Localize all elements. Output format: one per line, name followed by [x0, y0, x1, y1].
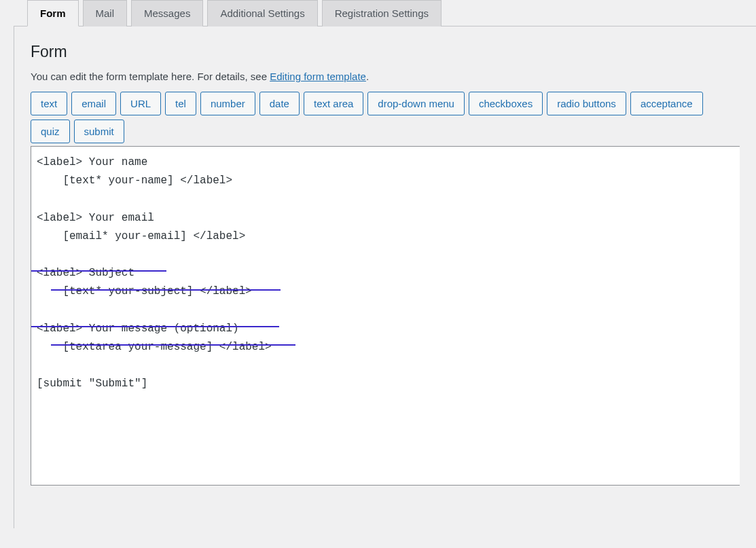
tab-registration-settings[interactable]: Registration Settings: [322, 0, 442, 26]
strikethrough-annotation: [51, 289, 281, 291]
tag-submit-button[interactable]: submit: [74, 120, 124, 143]
code-line: [37, 190, 734, 208]
tag-drop-down-menu-button[interactable]: drop-down menu: [367, 92, 465, 115]
code-line: [37, 302, 734, 320]
tag-checkboxes-button[interactable]: checkboxes: [469, 92, 543, 115]
tag-email-button[interactable]: email: [71, 92, 116, 115]
code-line: [text* your-name] </label>: [37, 172, 734, 190]
code-line: <label> Your name: [37, 153, 734, 172]
panel-intro: You can edit the form template here. For…: [31, 71, 740, 82]
code-line: <label> Subject: [37, 264, 734, 282]
panel-heading: Form: [31, 43, 740, 61]
tag-radio-buttons-button[interactable]: radio buttons: [547, 92, 626, 115]
intro-link[interactable]: Editing form template: [270, 71, 366, 82]
intro-suffix: .: [366, 71, 369, 82]
tab-form[interactable]: Form: [27, 0, 79, 26]
strikethrough-annotation: [31, 326, 279, 327]
tag-generator-row: textemailURLtelnumberdatetext areadrop-d…: [31, 92, 740, 143]
tag-url-button[interactable]: URL: [120, 92, 161, 115]
tag-tel-button[interactable]: tel: [165, 92, 196, 115]
strikethrough-annotation: [31, 270, 166, 272]
tab-additional-settings[interactable]: Additional Settings: [207, 0, 317, 26]
tag-text-area-button[interactable]: text area: [304, 92, 363, 115]
code-line: [37, 357, 734, 375]
code-line: <label> Your message (optional): [37, 320, 734, 338]
tab-nav: FormMailMessagesAdditional SettingsRegis…: [14, 0, 756, 26]
code-line: [email* your-email] </label>: [37, 227, 734, 246]
intro-prefix: You can edit the form template here. For…: [31, 71, 270, 82]
tag-date-button[interactable]: date: [259, 92, 300, 115]
form-template-textarea[interactable]: <label> Your name [text* your-name] </la…: [31, 146, 740, 486]
tag-quiz-button[interactable]: quiz: [31, 120, 70, 143]
tab-mail[interactable]: Mail: [83, 0, 128, 26]
code-line: [textarea your-message] </label>: [37, 338, 734, 357]
tag-text-button[interactable]: text: [31, 92, 67, 115]
tab-messages[interactable]: Messages: [131, 0, 203, 26]
tag-acceptance-button[interactable]: acceptance: [630, 92, 703, 115]
code-line: [text* your-subject] </label>: [37, 282, 734, 301]
code-line: [37, 246, 734, 264]
tag-number-button[interactable]: number: [200, 92, 255, 115]
code-line: [submit "Submit"]: [37, 375, 734, 393]
form-panel: Form You can edit the form template here…: [14, 26, 756, 528]
strikethrough-annotation: [51, 344, 295, 346]
code-line: <label> Your email: [37, 209, 734, 227]
